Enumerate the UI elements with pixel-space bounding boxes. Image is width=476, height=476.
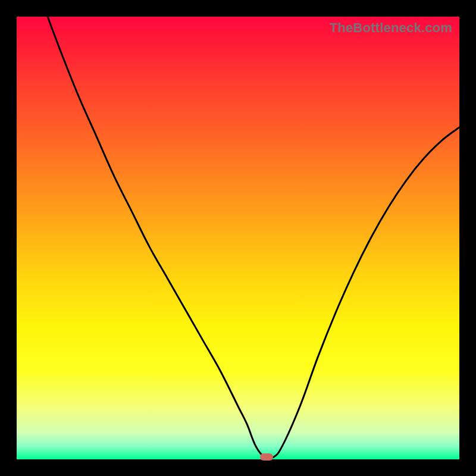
chart-container: TheBottleneck.com — [0, 0, 476, 476]
minimum-marker — [260, 453, 273, 461]
curve-svg — [17, 17, 459, 459]
plot-area: TheBottleneck.com — [17, 17, 459, 459]
bottleneck-curve — [48, 17, 459, 459]
